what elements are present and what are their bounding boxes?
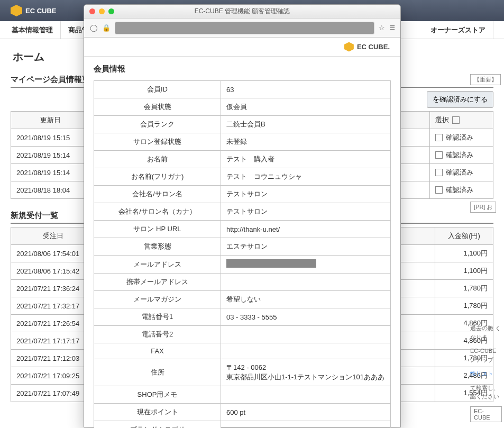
lock-icon[interactable]: 🔒 [102,24,111,32]
brand-text: EC CUBE [25,7,57,15]
window-maximize-icon[interactable] [108,8,114,14]
customer-detail-popup: EC-CUBE 管理機能 顧客管理確認 ◯ 🔒 ☆ ≡ EC CUBE. 会員情… [84,4,401,39]
bookmark-star-icon[interactable]: ☆ [379,24,385,32]
window-minimize-icon[interactable] [99,8,105,14]
shield-icon[interactable]: ◯ [89,24,98,32]
window-close-icon[interactable] [89,8,95,14]
popup-titlebar[interactable]: EC-CUBE 管理機能 顧客管理確認 [84,5,400,19]
popup-title: EC-CUBE 管理機能 顧客管理確認 [195,7,290,16]
url-bar: ◯ 🔒 ☆ ≡ [84,19,400,38]
nav-basic-info[interactable]: 基本情報管理 [4,21,61,39]
brand-logo[interactable]: EC CUBE [11,5,57,16]
nav-owners-store[interactable]: オーナーズストア [423,21,493,39]
address-input[interactable] [115,22,374,34]
hamburger-menu-icon[interactable]: ≡ [389,22,395,33]
popup-brand-bar: EC CUBE. [84,38,400,39]
cube-icon [11,5,22,16]
